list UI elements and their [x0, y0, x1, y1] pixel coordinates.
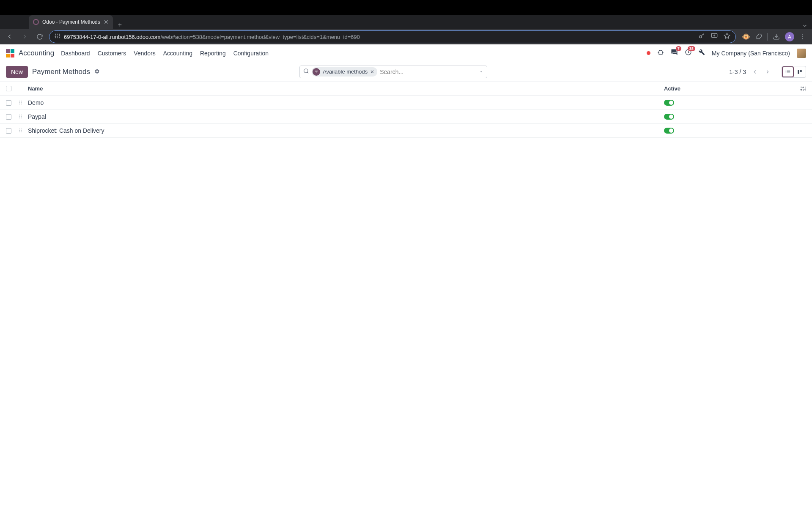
odoo-logo-icon[interactable]	[6, 49, 14, 57]
search-icon	[303, 68, 309, 76]
table-row[interactable]: ⠿ Demo	[0, 96, 812, 110]
app-header: Accounting Dashboard Customers Vendors A…	[0, 44, 812, 62]
search-box[interactable]: Available methods ✕	[299, 66, 487, 78]
svg-marker-14	[724, 33, 730, 38]
gear-icon[interactable]	[94, 68, 100, 75]
tab-dropdown-button[interactable]	[802, 23, 812, 29]
svg-point-9	[700, 36, 702, 38]
menu-dashboard[interactable]: Dashboard	[61, 50, 90, 57]
table-row[interactable]: ⠿ Paypal	[0, 110, 812, 124]
filter-chip-close-icon[interactable]: ✕	[370, 69, 374, 75]
column-active-header[interactable]: Active	[664, 85, 795, 92]
address-bar[interactable]: 69753844-17-0-all.runbot156.odoo.com/web…	[49, 30, 736, 43]
svg-point-27	[304, 68, 308, 72]
app-container: Accounting Dashboard Customers Vendors A…	[0, 44, 812, 528]
pager-next-button[interactable]	[762, 66, 773, 77]
row-checkbox[interactable]	[6, 128, 11, 134]
svg-rect-23	[659, 51, 662, 55]
profile-avatar[interactable]: A	[785, 32, 794, 41]
forward-button[interactable]	[19, 31, 30, 43]
record-indicator-icon[interactable]	[647, 51, 650, 55]
list-view-button[interactable]	[782, 66, 794, 77]
menu-configuration[interactable]: Configuration	[233, 50, 269, 57]
search-input[interactable]	[380, 68, 473, 75]
browser-toolbar-right: 🐵 A	[739, 32, 809, 41]
filter-chip-label: Available methods	[323, 68, 368, 75]
pager-prev-button[interactable]	[749, 66, 760, 77]
pager-text[interactable]: 1-3 / 3	[727, 68, 748, 75]
tab-favicon-icon	[33, 19, 39, 25]
drag-handle-icon[interactable]: ⠿	[19, 100, 22, 106]
new-tab-button[interactable]: +	[113, 21, 127, 29]
header-right: 7 38 My Company (San Francisco)	[647, 49, 806, 58]
profile-letter: A	[788, 34, 791, 39]
bookmark-star-icon[interactable]	[724, 33, 730, 41]
svg-rect-22	[11, 54, 14, 57]
list-table: Name Active ⠿ Demo ⠿ Paypal ⠿ Shiprocket…	[0, 82, 812, 138]
view-switcher	[782, 66, 806, 78]
downloads-icon[interactable]	[773, 33, 780, 40]
toolbar-separator	[767, 33, 768, 41]
tab-close-icon[interactable]: ✕	[104, 19, 109, 25]
select-all-checkbox[interactable]	[6, 86, 11, 91]
extensions-icon[interactable]	[755, 33, 762, 40]
row-checkbox[interactable]	[6, 114, 11, 120]
svg-line-11	[703, 34, 704, 34]
url-text: 69753844-17-0-all.runbot156.odoo.com/web…	[64, 33, 360, 41]
extension-icon-1[interactable]: 🐵	[742, 33, 750, 41]
svg-point-18	[802, 38, 803, 39]
search-options-toggle[interactable]	[476, 66, 486, 78]
password-key-icon[interactable]	[698, 33, 705, 41]
tools-icon[interactable]	[699, 49, 705, 57]
table-row[interactable]: ⠿ Shiprocket: Cash on Delivery	[0, 124, 812, 138]
drag-handle-icon[interactable]: ⠿	[19, 128, 22, 134]
app-menu: Dashboard Customers Vendors Accounting R…	[61, 50, 269, 57]
tab-title: Odoo - Payment Methods	[42, 19, 100, 25]
column-name-header[interactable]: Name	[28, 85, 664, 92]
messaging-icon[interactable]: 7	[671, 49, 678, 57]
browser-tab-bar: Odoo - Payment Methods ✕ +	[0, 15, 812, 29]
kanban-view-button[interactable]	[794, 66, 806, 77]
svg-point-16	[802, 34, 803, 35]
reload-button[interactable]	[34, 31, 46, 43]
site-settings-icon[interactable]	[55, 33, 60, 40]
table-header: Name Active	[0, 82, 812, 96]
svg-line-10	[701, 33, 703, 36]
menu-vendors[interactable]: Vendors	[134, 50, 155, 57]
activity-icon[interactable]: 38	[685, 49, 692, 57]
pager: 1-3 / 3	[727, 66, 773, 77]
control-panel: New Payment Methods Available methods ✕ …	[0, 62, 812, 82]
install-app-icon[interactable]	[711, 33, 718, 41]
menu-accounting[interactable]: Accounting	[163, 50, 192, 57]
user-avatar[interactable]	[797, 49, 806, 58]
menu-reporting[interactable]: Reporting	[200, 50, 226, 57]
breadcrumb-title: Payment Methods	[32, 68, 90, 76]
active-toggle[interactable]	[664, 100, 674, 106]
browser-toolbar: 69753844-17-0-all.runbot156.odoo.com/web…	[0, 29, 812, 44]
svg-rect-19	[6, 49, 10, 53]
svg-rect-20	[11, 49, 14, 53]
svg-point-17	[802, 36, 803, 37]
drag-handle-icon[interactable]: ⠿	[19, 114, 22, 120]
browser-tab[interactable]: Odoo - Payment Methods ✕	[29, 15, 113, 29]
url-path: /web#action=538&model=payment.method&vie…	[160, 34, 360, 40]
app-name[interactable]: Accounting	[19, 49, 54, 57]
browser-menu-icon[interactable]	[799, 33, 806, 40]
new-button[interactable]: New	[6, 66, 28, 78]
url-host: 69753844-17-0-all.runbot156.odoo.com	[64, 34, 160, 40]
row-checkbox[interactable]	[6, 100, 11, 106]
row-name: Demo	[28, 99, 664, 106]
filter-chip: Available methods ✕	[312, 67, 377, 77]
filter-icon	[313, 68, 320, 76]
svg-rect-21	[6, 54, 10, 57]
company-selector[interactable]: My Company (San Francisco)	[712, 50, 790, 57]
back-button[interactable]	[3, 31, 15, 43]
browser-top-spacer	[0, 0, 812, 15]
active-toggle[interactable]	[664, 114, 674, 120]
active-toggle[interactable]	[664, 128, 674, 134]
row-name: Shiprocket: Cash on Delivery	[28, 127, 664, 134]
optional-columns-icon[interactable]	[795, 86, 806, 92]
debug-icon[interactable]	[657, 49, 664, 57]
messaging-badge: 7	[676, 46, 681, 51]
menu-customers[interactable]: Customers	[98, 50, 126, 57]
